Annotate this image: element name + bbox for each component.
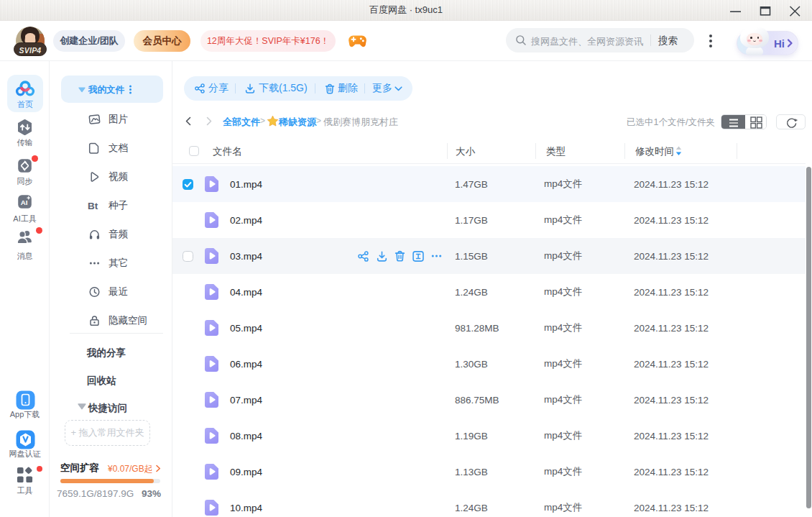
svg-text:AI: AI xyxy=(21,198,28,206)
